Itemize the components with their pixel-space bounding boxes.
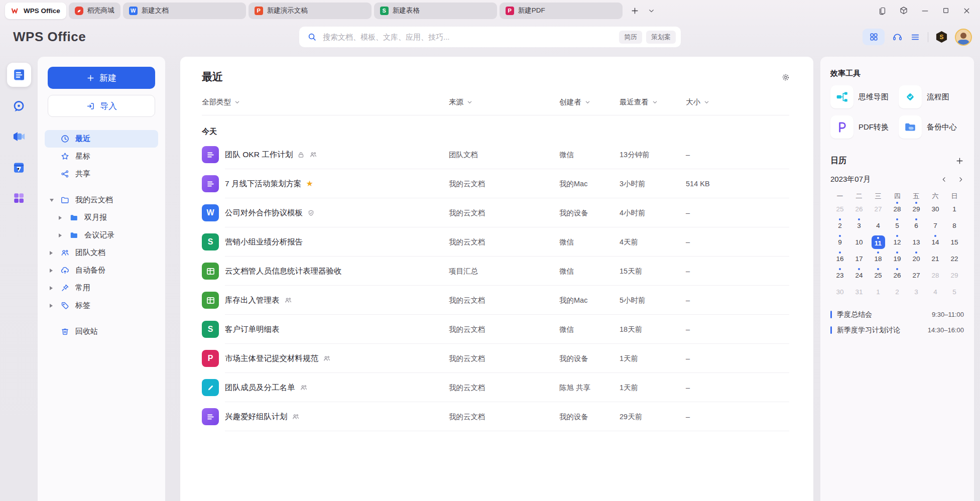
calendar-day[interactable]: 10 — [849, 234, 869, 250]
filter-最近查看[interactable]: 最近查看 — [620, 97, 686, 107]
sidebar-item-最近[interactable]: 最近 — [45, 130, 158, 148]
close-button[interactable] — [962, 7, 971, 15]
calendar-day[interactable]: 17 — [849, 250, 869, 267]
file-row[interactable]: P市场主体登记提交材料规范我的云文档我的设备1天前– — [202, 344, 789, 373]
membership-badge[interactable]: S — [936, 31, 947, 43]
calendar-day[interactable]: 25 — [869, 267, 888, 284]
calendar-day[interactable]: 4 — [869, 217, 888, 234]
calendar-day[interactable]: 22 — [945, 250, 964, 267]
tool-backup[interactable]: 备份中心 — [899, 115, 964, 139]
file-row[interactable]: 兴趣爱好组队计划我的云文档我的设备29天前– — [202, 402, 789, 431]
calendar-day[interactable]: 29 — [945, 267, 964, 284]
dock-apps[interactable] — [5, 184, 33, 212]
calendar-prev-button[interactable] — [941, 176, 947, 183]
caret-right-icon[interactable] — [50, 251, 60, 255]
caret-right-icon[interactable] — [50, 269, 60, 273]
tab-wps-logo[interactable]: WPS Office — [5, 3, 66, 19]
calendar-day[interactable]: 9 — [830, 234, 849, 250]
calendar-day[interactable]: 2 — [888, 284, 907, 300]
file-row[interactable]: 库存出入管理表我的云文档我的Mac5小时前– — [202, 286, 789, 315]
calendar-next-button[interactable] — [957, 176, 964, 183]
calendar-day[interactable]: 4 — [926, 284, 945, 300]
calendar-day[interactable]: 13 — [907, 234, 926, 250]
new-document-button[interactable]: 新建 — [48, 67, 155, 89]
calendar-day[interactable]: 1 — [945, 201, 964, 217]
caret-right-icon[interactable] — [50, 286, 60, 290]
calendar-day[interactable]: 30 — [830, 284, 849, 300]
dock-chat[interactable] — [5, 92, 33, 120]
calendar-day[interactable]: 29 — [907, 201, 926, 217]
calendar-day[interactable]: 3 — [849, 217, 869, 234]
calendar-day[interactable]: 12 — [888, 234, 907, 250]
main-menu-button[interactable] — [910, 32, 920, 42]
calendar-day[interactable]: 1 — [869, 284, 888, 300]
file-row[interactable]: 团队 OKR 工作计划团队文档微信13分钟前– — [202, 140, 789, 169]
calendar-day[interactable]: 31 — [849, 284, 869, 300]
global-search-bar[interactable]: 简历 策划案 — [299, 27, 681, 47]
caret-down-icon[interactable] — [50, 199, 60, 202]
filter-来源[interactable]: 来源 — [449, 97, 559, 107]
sidebar-item-团队文档[interactable]: 团队文档 — [45, 244, 158, 262]
search-input[interactable] — [322, 32, 615, 42]
calendar-day[interactable]: 16 — [830, 250, 849, 267]
sidebar-item-自动备份[interactable]: 自动备份 — [45, 262, 158, 279]
file-row[interactable]: 7 月线下活动策划方案★我的云文档我的Mac3小时前514 KB — [202, 169, 789, 198]
sidebar-item-会议记录[interactable]: 会议记录 — [45, 226, 158, 244]
settings-gear-button[interactable] — [781, 73, 790, 82]
calendar-day[interactable]: 23 — [830, 267, 849, 284]
calendar-day[interactable]: 20 — [907, 250, 926, 267]
sidebar-item-我的云文档[interactable]: 我的云文档 — [45, 191, 158, 209]
sidebar-item-星标[interactable]: 星标 — [45, 148, 158, 165]
tool-flowchart[interactable]: 流程图 — [899, 85, 964, 108]
user-avatar[interactable] — [955, 29, 972, 46]
calendar-day[interactable]: 21 — [926, 250, 945, 267]
calendar-day[interactable]: 6 — [907, 217, 926, 234]
calendar-day[interactable]: 5 — [888, 217, 907, 234]
calendar-day[interactable]: 5 — [945, 284, 964, 300]
minimize-button[interactable] — [921, 7, 929, 15]
search-tag-plan[interactable]: 策划案 — [646, 31, 676, 44]
filter-大小[interactable]: 大小 — [686, 97, 789, 107]
calendar-day-selected[interactable]: 11 — [869, 234, 888, 250]
calendar-day[interactable]: 2 — [830, 217, 849, 234]
calendar-day[interactable]: 18 — [869, 250, 888, 267]
tool-pdf-convert[interactable]: PDF转换 — [830, 115, 896, 139]
file-row[interactable]: S客户订单明细表我的云文档微信18天前– — [202, 315, 789, 344]
search-tag-resume[interactable]: 简历 — [619, 31, 642, 44]
calendar-day[interactable]: 19 — [888, 250, 907, 267]
sidebar-item-回收站[interactable]: 回收站 — [45, 323, 158, 340]
calendar-day[interactable]: 30 — [926, 201, 945, 217]
calendar-day[interactable]: 28 — [926, 267, 945, 284]
calendar-event[interactable]: 新季度学习计划讨论14:30–16:00 — [830, 322, 964, 338]
tab-writer[interactable]: W新建文档 — [123, 3, 246, 19]
filter-创建者[interactable]: 创建者 — [559, 97, 620, 107]
calendar-day[interactable]: 25 — [830, 201, 849, 217]
calendar-day[interactable]: 27 — [869, 201, 888, 217]
dock-meeting[interactable] — [5, 122, 33, 151]
calendar-day[interactable]: 24 — [849, 267, 869, 284]
tab-sheet-tab[interactable]: S新建表格 — [374, 3, 497, 19]
caret-right-icon[interactable] — [59, 216, 69, 220]
file-row[interactable]: 云文档管人员信息统计表理器验收项目汇总微信15天前– — [202, 257, 789, 286]
dock-calendar[interactable] — [5, 153, 33, 181]
calendar-day[interactable]: 7 — [926, 217, 945, 234]
tool-mindmap[interactable]: 思维导图 — [830, 85, 896, 108]
sidebar-item-常用[interactable]: 常用 — [45, 279, 158, 297]
sidebar-item-标签[interactable]: 标签 — [45, 297, 158, 314]
tab-slides[interactable]: P新建演示文稿 — [249, 3, 372, 19]
calendar-add-event-button[interactable] — [955, 157, 964, 165]
calendar-day[interactable]: 8 — [945, 217, 964, 234]
tabs-overview-button[interactable] — [878, 7, 887, 15]
filter-全部类型[interactable]: 全部类型 — [202, 97, 449, 107]
file-row[interactable]: 团队成员及分工名单我的云文档陈旭 共享1天前– — [202, 373, 789, 402]
tab-pdf-tab[interactable]: P新建PDF — [500, 3, 623, 19]
maximize-button[interactable] — [942, 7, 950, 15]
calendar-day[interactable]: 15 — [945, 234, 964, 250]
calendar-day[interactable]: 14 — [926, 234, 945, 250]
caret-right-icon[interactable] — [50, 304, 60, 308]
calendar-day[interactable]: 3 — [907, 284, 926, 300]
calendar-event[interactable]: 季度总结会9:30–11:00 — [830, 307, 964, 322]
import-button[interactable]: 导入 — [48, 95, 155, 117]
customer-service-button[interactable] — [892, 32, 903, 42]
caret-right-icon[interactable] — [59, 233, 69, 237]
